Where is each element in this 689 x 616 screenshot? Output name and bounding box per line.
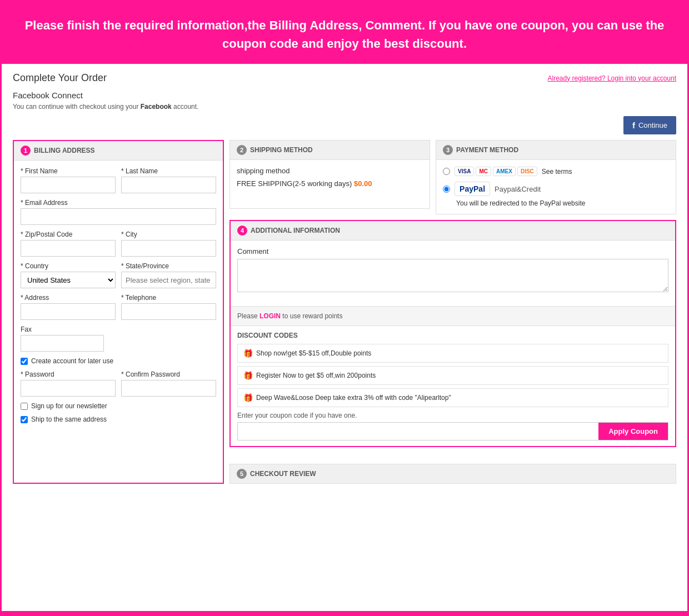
billing-address-header: 1 BILLING ADDRESS bbox=[14, 141, 223, 161]
comment-label: Comment bbox=[237, 247, 668, 256]
ship-same-checkbox[interactable] bbox=[21, 416, 28, 423]
zip-input[interactable] bbox=[21, 240, 116, 257]
payment-method-header: 3 PAYMENT METHOD bbox=[436, 141, 676, 160]
card-payment-radio[interactable] bbox=[443, 168, 450, 175]
ship-same-row: Ship to the same address bbox=[21, 415, 216, 423]
shipping-payment-row: 2 SHIPPING METHOD shipping method FREE S… bbox=[229, 140, 676, 214]
additional-section-label: ADDITIONAL INFORMATION bbox=[251, 227, 340, 234]
city-group: * City bbox=[121, 231, 216, 257]
additional-body: Comment bbox=[231, 241, 675, 301]
promo-icon-3: 🎁 bbox=[243, 393, 253, 402]
coupon-input-label: Enter your coupon code if you have one. bbox=[237, 412, 668, 419]
shipping-method-section: 2 SHIPPING METHOD shipping method FREE S… bbox=[229, 140, 430, 209]
payment-body: VISA MC AMEX DISC See terms PayPal bbox=[436, 160, 676, 214]
checkout-review-header: 5 CHECKOUT REVIEW bbox=[230, 464, 676, 483]
address-input[interactable] bbox=[21, 303, 116, 320]
first-name-input[interactable] bbox=[21, 177, 116, 193]
email-label: * Email Address bbox=[21, 199, 216, 207]
facebook-continue-label: Continue bbox=[638, 121, 667, 129]
country-label: * Country bbox=[21, 262, 116, 270]
promo-item-2: 🎁 Register Now to get $5 off,win 200poin… bbox=[237, 366, 668, 385]
state-group: * State/Province bbox=[121, 262, 216, 288]
country-state-row: * Country United States * State/Province bbox=[21, 262, 216, 288]
mastercard-icon: MC bbox=[476, 167, 491, 176]
facebook-desc-prefix: You can continue with checkout using you… bbox=[13, 103, 141, 111]
promo-text-2: Register Now to get $5 off,win 200points bbox=[256, 372, 376, 379]
paypal-credit-label: Paypal&Credit bbox=[495, 185, 541, 193]
additional-section-number: 4 bbox=[237, 226, 247, 236]
telephone-input[interactable] bbox=[121, 303, 216, 320]
shipping-method-label: shipping method bbox=[237, 167, 289, 175]
facebook-continue-button[interactable]: f Continue bbox=[623, 116, 676, 134]
password-group: * Password bbox=[21, 370, 116, 397]
create-account-checkbox[interactable] bbox=[21, 358, 28, 365]
city-input[interactable] bbox=[121, 240, 216, 257]
billing-section-label: BILLING ADDRESS bbox=[34, 147, 95, 154]
comment-textarea[interactable] bbox=[237, 259, 668, 292]
zip-label: * Zip/Postal Code bbox=[21, 231, 116, 238]
billing-body: * First Name * Last Name * Email Address bbox=[14, 161, 223, 435]
apply-coupon-button[interactable]: Apply Coupon bbox=[598, 423, 668, 440]
paypal-payment-radio[interactable] bbox=[443, 186, 450, 193]
address-label: * Address bbox=[21, 294, 116, 302]
additional-information-section: 4 ADDITIONAL INFORMATION Comment Please … bbox=[229, 220, 676, 447]
bottom-border bbox=[2, 611, 687, 614]
name-row: * First Name * Last Name bbox=[21, 167, 216, 193]
card-payment-option: VISA MC AMEX DISC See terms bbox=[443, 167, 669, 176]
country-select[interactable]: United States bbox=[21, 272, 116, 288]
checkout-review-label: CHECKOUT REVIEW bbox=[250, 470, 316, 478]
fax-row: Fax bbox=[21, 325, 216, 352]
visa-icon: VISA bbox=[455, 167, 474, 176]
facebook-desc: You can continue with checkout using you… bbox=[13, 103, 676, 111]
payment-section-number: 3 bbox=[443, 145, 453, 155]
password-input[interactable] bbox=[21, 380, 116, 397]
checkout-review-number: 5 bbox=[237, 469, 247, 479]
see-terms-link[interactable]: See terms bbox=[542, 168, 572, 176]
reward-points-suffix: to use reward points bbox=[281, 312, 342, 320]
promo-text-1: Shop now!get $5-$15 off,Double points bbox=[256, 349, 371, 357]
fax-label: Fax bbox=[21, 325, 104, 333]
state-input[interactable] bbox=[121, 272, 216, 288]
reward-login-link[interactable]: LOGIN bbox=[259, 312, 281, 320]
billing-section-number: 1 bbox=[21, 146, 31, 156]
free-shipping-label: FREE SHIPPING(2-5 working days) bbox=[237, 179, 352, 188]
promo-item-1: 🎁 Shop now!get $5-$15 off,Double points bbox=[237, 344, 668, 363]
three-columns-layout: 1 BILLING ADDRESS * First Name * Last Na… bbox=[13, 140, 676, 484]
newsletter-row: Sign up for our newsletter bbox=[21, 402, 216, 410]
facebook-title: Facebook Connect bbox=[13, 91, 676, 100]
facebook-icon: f bbox=[632, 121, 635, 130]
state-label: * State/Province bbox=[121, 262, 216, 270]
already-registered-link[interactable]: Already registered? Login into your acco… bbox=[548, 74, 676, 82]
first-name-label: * First Name bbox=[21, 167, 116, 175]
address-telephone-row: * Address * Telephone bbox=[21, 294, 216, 320]
facebook-continue-row: f Continue bbox=[13, 116, 676, 134]
email-row: * Email Address bbox=[21, 199, 216, 225]
newsletter-label: Sign up for our newsletter bbox=[31, 402, 107, 410]
free-shipping-row: FREE SHIPPING(2-5 working days) $0.00 bbox=[237, 179, 423, 188]
free-shipping-price: $0.00 bbox=[354, 179, 372, 188]
coupon-code-input[interactable] bbox=[238, 423, 598, 440]
payment-section-label: PAYMENT METHOD bbox=[456, 146, 518, 154]
email-input[interactable] bbox=[21, 208, 216, 225]
password-label: * Password bbox=[21, 370, 116, 378]
header-row: Complete Your Order Already registered? … bbox=[13, 72, 676, 84]
last-name-group: * Last Name bbox=[121, 167, 216, 193]
promo-icon-2: 🎁 bbox=[243, 371, 253, 380]
payment-method-section: 3 PAYMENT METHOD VISA MC AMEX DISC bbox=[436, 140, 676, 214]
first-name-group: * First Name bbox=[21, 167, 116, 193]
fax-input[interactable] bbox=[21, 335, 104, 352]
confirm-password-input[interactable] bbox=[121, 380, 216, 397]
ship-same-label: Ship to the same address bbox=[31, 415, 107, 423]
telephone-label: * Telephone bbox=[121, 294, 216, 302]
newsletter-checkbox[interactable] bbox=[21, 403, 28, 410]
shipping-body: shipping method FREE SHIPPING(2-5 workin… bbox=[230, 160, 430, 194]
create-account-row: Create account for later use bbox=[21, 357, 216, 365]
last-name-input[interactable] bbox=[121, 177, 216, 193]
amex-icon: AMEX bbox=[493, 167, 516, 176]
confirm-password-group: * Confirm Password bbox=[121, 370, 216, 397]
address-group: * Address bbox=[21, 294, 116, 320]
zip-city-row: * Zip/Postal Code * City bbox=[21, 231, 216, 257]
fax-group: Fax bbox=[21, 325, 104, 352]
shipping-method-label-row: shipping method bbox=[237, 167, 423, 175]
coupon-input-group: Apply Coupon bbox=[237, 422, 668, 440]
